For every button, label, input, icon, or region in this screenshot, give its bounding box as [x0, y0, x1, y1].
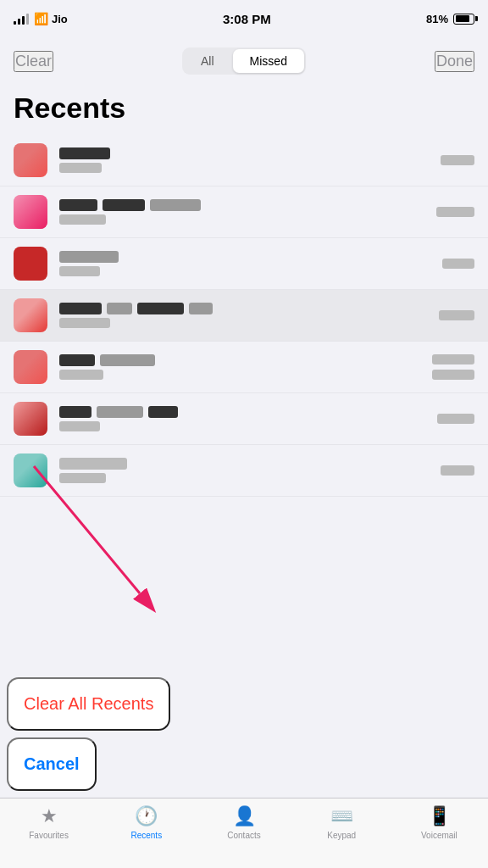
- call-info: [59, 354, 432, 380]
- call-info: [59, 199, 436, 225]
- avatar: [14, 247, 47, 281]
- call-info: [59, 303, 439, 328]
- nav-bar: Clear All Missed Done: [0, 37, 488, 85]
- contact-name: [59, 354, 95, 366]
- call-time: [442, 259, 474, 269]
- call-info: [59, 406, 437, 431]
- segmented-control: All Missed: [182, 47, 306, 75]
- call-item[interactable]: [0, 135, 488, 186]
- tab-missed[interactable]: Missed: [233, 49, 304, 73]
- call-item[interactable]: [0, 186, 488, 238]
- call-type: [59, 266, 100, 276]
- contact-name3: [150, 199, 201, 211]
- call-type: [59, 421, 100, 431]
- avatar: [14, 195, 47, 229]
- battery-percent: 81%: [426, 13, 448, 25]
- call-info: [59, 458, 441, 483]
- contact-name: [59, 147, 110, 159]
- contact-name2: [100, 354, 155, 366]
- call-right: [437, 414, 474, 424]
- cancel-button[interactable]: Cancel: [7, 737, 97, 791]
- status-bar: 📶 Jio 3:08 PM 81%: [0, 0, 488, 37]
- call-info: [59, 147, 441, 173]
- call-right: [441, 155, 474, 165]
- call-right: [436, 207, 474, 217]
- call-time2: [432, 370, 474, 380]
- contact-name: [59, 303, 102, 314]
- contact-name3: [137, 303, 184, 314]
- call-time: [432, 354, 474, 364]
- signal-icon: [14, 13, 29, 25]
- call-item[interactable]: [0, 238, 488, 290]
- done-button[interactable]: Done: [435, 51, 474, 72]
- contact-name: [59, 199, 97, 211]
- recents-list: [0, 135, 488, 497]
- call-item[interactable]: [0, 290, 488, 342]
- contact-name3: [148, 406, 178, 418]
- call-right: [439, 310, 474, 320]
- call-time: [441, 155, 474, 165]
- battery-icon: [453, 14, 474, 25]
- avatar: [14, 143, 47, 177]
- call-right: [432, 354, 474, 380]
- carrier-name: Jio: [52, 13, 68, 25]
- action-sheet: Clear All Recents Cancel: [0, 677, 488, 868]
- status-right: 81%: [426, 13, 474, 25]
- call-type: [59, 370, 103, 380]
- call-time: [439, 310, 474, 320]
- call-right: [442, 259, 474, 269]
- clear-all-container: Clear All Recents: [7, 677, 481, 731]
- clear-all-button[interactable]: Clear All Recents: [7, 677, 170, 731]
- status-time: 3:08 PM: [223, 12, 271, 26]
- contact-name: [59, 251, 119, 263]
- avatar: [14, 350, 47, 384]
- status-left: 📶 Jio: [14, 12, 68, 25]
- avatar: [14, 298, 47, 332]
- wifi-icon: 📶: [34, 12, 48, 25]
- call-item[interactable]: [0, 342, 488, 393]
- call-type: [59, 318, 110, 328]
- call-time: [441, 465, 474, 476]
- contact-name: [59, 406, 92, 418]
- call-type: [59, 473, 106, 483]
- call-type: [59, 163, 102, 173]
- call-info: [59, 251, 442, 276]
- contact-name4: [189, 303, 213, 314]
- avatar: [14, 402, 47, 436]
- contact-name2: [107, 303, 132, 314]
- avatar: [14, 453, 47, 487]
- contact-name: [59, 458, 127, 470]
- clear-button[interactable]: Clear: [14, 51, 53, 72]
- call-item[interactable]: [0, 445, 488, 497]
- call-right: [441, 465, 474, 476]
- call-time: [437, 414, 474, 424]
- call-type: [59, 214, 106, 225]
- contact-name2: [97, 406, 143, 418]
- call-item[interactable]: [0, 393, 488, 445]
- page-title: Recents: [0, 85, 488, 135]
- contact-name2: [103, 199, 145, 211]
- tab-all[interactable]: All: [184, 49, 231, 73]
- call-time: [436, 207, 474, 217]
